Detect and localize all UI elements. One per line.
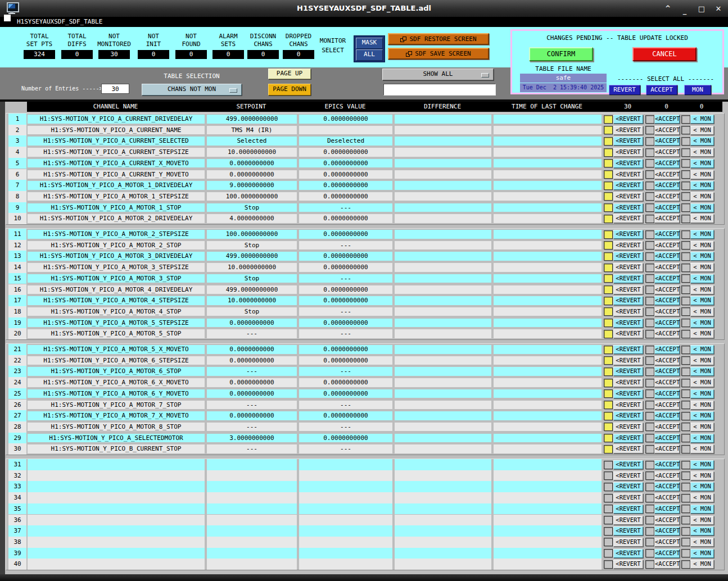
revert-button[interactable]: <REVERT xyxy=(613,263,643,272)
accept-button[interactable]: <ACCEPT xyxy=(654,560,680,569)
revert-checkbox[interactable] xyxy=(604,159,613,167)
mon-checkbox[interactable] xyxy=(681,203,690,212)
accept-checkbox[interactable] xyxy=(645,274,654,283)
mon-button[interactable]: < MON xyxy=(690,526,714,535)
confirm-button[interactable]: CONFIRM xyxy=(529,47,593,61)
accept-button[interactable]: <ACCEPT xyxy=(654,214,680,223)
mon-button[interactable]: < MON xyxy=(690,482,714,491)
mon-button[interactable]: < MON xyxy=(690,516,714,525)
table-selection-dropdown[interactable]: CHANS NOT MON xyxy=(142,84,242,96)
revert-button[interactable]: <REVERT xyxy=(613,307,643,316)
page-down-button[interactable]: PAGE DOWN xyxy=(268,84,311,96)
accept-button[interactable]: <ACCEPT xyxy=(654,526,680,535)
accept-button[interactable]: <ACCEPT xyxy=(654,252,680,261)
revert-checkbox[interactable] xyxy=(604,215,613,223)
revert-checkbox[interactable] xyxy=(604,560,613,569)
revert-checkbox[interactable] xyxy=(604,307,613,316)
mon-button[interactable]: < MON xyxy=(690,423,714,432)
accept-checkbox[interactable] xyxy=(645,264,654,272)
accept-button[interactable]: <ACCEPT xyxy=(654,378,680,387)
accept-button[interactable]: <ACCEPT xyxy=(654,516,680,525)
mon-button[interactable]: < MON xyxy=(690,505,714,514)
accept-button[interactable]: <ACCEPT xyxy=(654,434,680,443)
accept-button[interactable]: <ACCEPT xyxy=(654,126,680,135)
accept-button[interactable]: <ACCEPT xyxy=(654,482,680,491)
revert-button[interactable]: <REVERT xyxy=(613,241,643,250)
accept-checkbox[interactable] xyxy=(645,379,654,387)
accept-checkbox[interactable] xyxy=(645,389,654,398)
revert-checkbox[interactable] xyxy=(604,494,613,502)
revert-button[interactable]: <REVERT xyxy=(613,230,643,239)
accept-checkbox[interactable] xyxy=(645,307,654,316)
revert-button[interactable]: <REVERT xyxy=(613,329,643,338)
mon-checkbox[interactable] xyxy=(681,505,690,513)
accept-checkbox[interactable] xyxy=(645,401,654,409)
close-icon[interactable]: ✕ xyxy=(713,4,724,13)
accept-checkbox[interactable] xyxy=(645,471,654,480)
revert-button[interactable]: <REVERT xyxy=(613,401,643,410)
accept-button[interactable]: <ACCEPT xyxy=(654,538,680,547)
revert-checkbox[interactable] xyxy=(604,379,613,387)
revert-checkbox[interactable] xyxy=(604,137,613,146)
all-button[interactable]: ALL xyxy=(356,49,383,61)
revert-button[interactable]: <REVERT xyxy=(613,296,643,305)
mon-checkbox[interactable] xyxy=(681,330,690,338)
revert-checkbox[interactable] xyxy=(604,285,613,294)
mon-checkbox[interactable] xyxy=(681,379,690,387)
revert-checkbox[interactable] xyxy=(604,516,613,524)
mon-button[interactable]: < MON xyxy=(690,137,714,146)
accept-button[interactable]: <ACCEPT xyxy=(654,411,680,420)
revert-button[interactable]: <REVERT xyxy=(613,126,643,135)
accept-checkbox[interactable] xyxy=(645,115,654,124)
select-all-mon-button[interactable]: MON xyxy=(684,85,711,95)
accept-checkbox[interactable] xyxy=(645,230,654,239)
mon-button[interactable]: < MON xyxy=(690,319,714,328)
revert-button[interactable]: <REVERT xyxy=(613,170,643,179)
accept-checkbox[interactable] xyxy=(645,483,654,491)
accept-checkbox[interactable] xyxy=(645,412,654,420)
channel-search-input[interactable] xyxy=(383,84,496,96)
mon-checkbox[interactable] xyxy=(681,230,690,239)
revert-button[interactable]: <REVERT xyxy=(613,411,643,420)
mon-button[interactable]: < MON xyxy=(690,345,714,354)
mon-button[interactable]: < MON xyxy=(690,296,714,305)
mon-button[interactable]: < MON xyxy=(690,192,714,201)
accept-button[interactable]: <ACCEPT xyxy=(654,389,680,398)
mon-button[interactable]: < MON xyxy=(690,274,714,283)
accept-button[interactable]: <ACCEPT xyxy=(654,230,680,239)
revert-button[interactable]: <REVERT xyxy=(613,471,643,480)
accept-button[interactable]: <ACCEPT xyxy=(654,319,680,328)
mon-button[interactable]: < MON xyxy=(690,126,714,135)
revert-checkbox[interactable] xyxy=(604,549,613,557)
revert-checkbox[interactable] xyxy=(604,252,613,261)
revert-checkbox[interactable] xyxy=(604,170,613,179)
accept-checkbox[interactable] xyxy=(645,356,654,365)
accept-checkbox[interactable] xyxy=(645,494,654,502)
mon-checkbox[interactable] xyxy=(681,274,690,283)
accept-checkbox[interactable] xyxy=(645,319,654,327)
mon-button[interactable]: < MON xyxy=(690,434,714,443)
revert-checkbox[interactable] xyxy=(604,319,613,327)
revert-checkbox[interactable] xyxy=(604,538,613,546)
accept-checkbox[interactable] xyxy=(645,181,654,190)
mon-button[interactable]: < MON xyxy=(690,471,714,480)
mon-checkbox[interactable] xyxy=(681,148,690,157)
mon-button[interactable]: < MON xyxy=(690,115,714,124)
sdf-save-button[interactable]: SDF SAVE SCREEN xyxy=(388,48,489,60)
mon-button[interactable]: < MON xyxy=(690,444,714,453)
mon-checkbox[interactable] xyxy=(681,181,690,190)
accept-checkbox[interactable] xyxy=(645,170,654,179)
mon-button[interactable]: < MON xyxy=(690,252,714,261)
mon-button[interactable]: < MON xyxy=(690,159,714,168)
revert-checkbox[interactable] xyxy=(604,412,613,420)
accept-button[interactable]: <ACCEPT xyxy=(654,307,680,316)
mon-button[interactable]: < MON xyxy=(690,401,714,410)
mon-button[interactable]: < MON xyxy=(690,367,714,376)
accept-button[interactable]: <ACCEPT xyxy=(654,505,680,514)
mon-checkbox[interactable] xyxy=(681,285,690,294)
mon-button[interactable]: < MON xyxy=(690,460,714,469)
mon-button[interactable]: < MON xyxy=(690,307,714,316)
accept-checkbox[interactable] xyxy=(645,159,654,167)
mon-button[interactable]: < MON xyxy=(690,493,714,502)
revert-checkbox[interactable] xyxy=(604,505,613,513)
